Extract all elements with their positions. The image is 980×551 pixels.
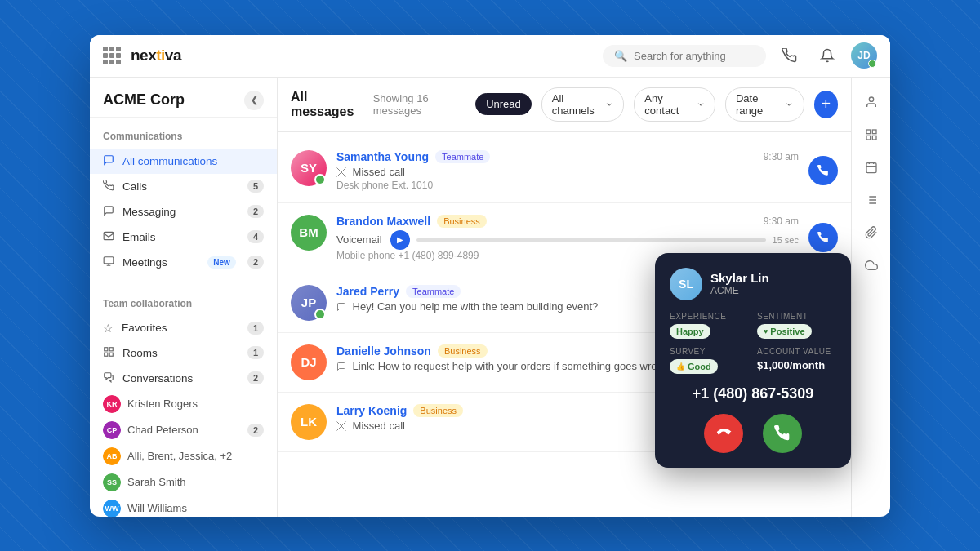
accept-call-button[interactable] [763,414,802,453]
search-input[interactable] [634,50,755,62]
sidebar-item-meetings[interactable]: Meetings New 2 [90,250,277,275]
phone-nav-icon[interactable] [776,42,804,69]
conversation-item-alli[interactable]: AB Alli, Brent, Jessica, +2 [90,443,277,469]
samantha-avatar: SY [291,150,327,186]
sentiment-text: Positive [770,327,804,336]
call-actions [670,414,836,453]
sidebar-item-calls[interactable]: Calls 5 [90,174,277,199]
calls-label: Calls [122,180,147,193]
favorites-label: Favorites [122,322,167,334]
chat-icon-2 [336,362,346,371]
kristen-name: Kristen Rogers [127,398,198,410]
main-body: ACME Corp ❮ Communications All communica… [90,78,890,517]
conversation-item-sarah[interactable]: SS Sarah Smith [90,469,277,495]
phone-missed-icon-2 [336,421,346,431]
grid-menu-icon[interactable] [103,47,121,64]
phone-missed-icon [336,167,346,177]
attachment-icon-btn[interactable] [857,218,886,247]
svg-rect-1 [104,256,114,263]
chad-badge: 2 [247,424,264,437]
chat-icon [336,302,346,312]
jared-tag: Teammate [406,285,461,298]
samantha-content: Samantha Young Teammate 9:30 am Missed c… [336,150,799,191]
contacts-icon-btn[interactable] [857,87,886,117]
voicemail-player: Voicemail ▶ 15 sec [336,230,799,250]
sentiment-label: SENTIMENT [757,312,836,321]
bell-nav-icon[interactable] [813,42,841,69]
samantha-call-button[interactable] [808,156,838,185]
svg-rect-9 [866,136,871,140]
brandon-call-button[interactable] [808,223,838,252]
svg-rect-5 [109,353,113,356]
svg-rect-2 [105,347,108,350]
sidebar-item-emails[interactable]: Emails 4 [90,224,277,250]
compose-button[interactable]: + [814,91,838,118]
logo: nextiva [131,47,181,64]
favorites-badge: 1 [247,322,264,335]
voicemail-duration: 15 sec [773,235,799,245]
logo-text: nextiva [131,47,181,64]
sidebar-item-rooms[interactable]: Rooms 1 [90,340,277,366]
chevron-down-icon-3 [785,100,793,109]
message-item-samantha[interactable]: SY Samantha Young Teammate 9:30 am Misse… [278,139,851,203]
conversations-label: Conversations [122,372,193,384]
chevron-down-icon [605,100,613,109]
collapse-sidebar-button[interactable]: ❮ [244,91,264,110]
danielle-tag: Business [438,344,488,358]
grid-icon-btn[interactable] [857,120,886,149]
sidebar-item-favorites[interactable]: ☆ Favorites 1 [90,316,277,340]
experience-cell: EXPERIENCE Happy [670,312,749,339]
call-phone-number: +1 (480) 867-5309 [670,385,836,402]
cloud-icon-btn[interactable] [857,251,886,280]
all-comms-icon [103,154,114,168]
account-value-label: ACCOUNT VALUE [757,347,836,356]
will-name: Will Williams [127,502,187,514]
jared-name: Jared Perry [336,285,399,298]
messaging-badge: 2 [247,205,264,218]
app-window: nextiva 🔍 JD ACME Corp ❮ [90,35,890,517]
danielle-avatar: DJ [291,344,327,380]
calendar-icon-btn[interactable] [857,153,886,182]
rooms-icon [103,346,114,360]
rooms-label: Rooms [122,347,158,359]
survey-label: SURVEY [670,347,749,356]
team-title: Team collaboration [90,295,277,316]
communications-section: Communications All communications Calls … [90,118,277,285]
channels-label: All channels [552,92,601,117]
contact-filter-button[interactable]: Any contact [634,87,715,122]
contact-label: Any contact [644,92,692,117]
rooms-badge: 1 [247,346,264,359]
communications-title: Communications [90,127,277,149]
alli-avatar-img: AB [103,447,121,465]
decline-call-button[interactable] [704,414,743,453]
sidebar-header: ACME Corp ❮ [90,78,277,118]
svg-rect-3 [109,347,113,350]
conversation-item-kristen[interactable]: KR Kristen Rogers [90,391,277,417]
messages-header: All messages Showing 16 messages Unread … [278,78,851,132]
date-filter-button[interactable]: Date range [725,87,804,122]
voicemail-progress[interactable] [416,238,766,242]
svg-rect-7 [866,130,871,134]
svg-rect-8 [872,130,876,134]
search-bar[interactable]: 🔍 [603,45,766,67]
sidebar-item-conversations[interactable]: Conversations 2 [90,366,277,391]
jared-avatar: JP [291,285,327,321]
play-button[interactable]: ▶ [390,230,410,250]
avatar-initials: JD [858,50,870,61]
sidebar-item-messaging[interactable]: Messaging 2 [90,199,277,224]
favorites-icon: ☆ [103,322,114,335]
user-avatar-nav[interactable]: JD [851,42,877,69]
conversation-item-chad[interactable]: CP Chad Peterson 2 [90,417,277,443]
channels-filter-button[interactable]: All channels [541,87,625,122]
meetings-label: Meetings [122,256,167,269]
conversation-item-will[interactable]: WW Will Williams [90,495,277,517]
right-panel: All messages Showing 16 messages Unread … [278,78,890,517]
list-icon-btn[interactable] [857,185,886,215]
unread-filter-button[interactable]: Unread [475,93,532,115]
meetings-new-badge: New [207,256,236,269]
samantha-header: Samantha Young Teammate 9:30 am [336,150,799,163]
survey-pill: 👍 Good [670,359,718,374]
top-nav: nextiva 🔍 JD [90,35,890,78]
meetings-count-badge: 2 [247,256,264,269]
sidebar-item-all-communications[interactable]: All communications [90,149,277,174]
